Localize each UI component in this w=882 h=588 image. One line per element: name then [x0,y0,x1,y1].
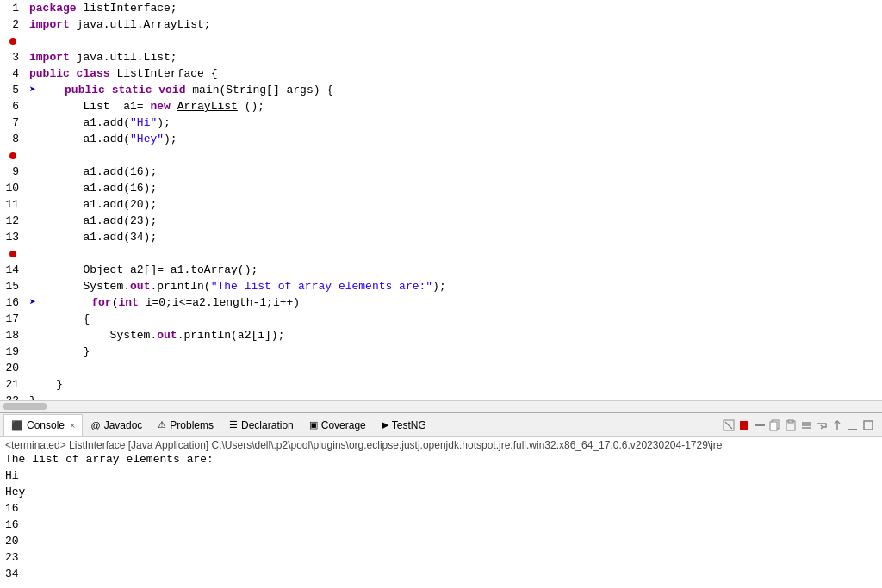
line-number: 3 [0,49,26,65]
line-number: 21 [0,376,26,393]
line-code[interactable]: System.out.println(a2[i]); [26,327,882,344]
code-line: 18 System.out.println(a2[i]); [0,327,882,344]
line-code[interactable]: } [26,393,882,400]
line-number: 13 [0,229,26,262]
syntax-token: public [65,84,112,96]
code-line: 20 [0,360,882,376]
console-output-line: Hey [5,484,877,500]
code-line: 19 } [0,344,882,360]
line-number: 11 [0,196,26,213]
line-code[interactable]: } [26,376,882,393]
console-output-line: 16 [5,500,877,517]
svg-line-1 [725,422,732,429]
line-number: 6 [0,98,26,115]
line-code[interactable]: { [26,311,882,327]
line-code[interactable]: List a1= new ArrayList (); [26,98,882,115]
tabs-bar: ⬛Console×@Javadoc⚠Problems☰Declaration▣C… [0,413,882,437]
line-number: 12 [0,213,26,229]
syntax-token: ArrayList [177,100,238,113]
scrollbar-thumb[interactable] [3,403,47,410]
scroll-lock-icon[interactable] [799,418,813,432]
line-code[interactable]: a1.add(16); [26,180,882,196]
console-tab-icon: ⬛ [11,420,23,431]
tab-problems[interactable]: ⚠Problems [150,414,221,436]
syntax-token: class [77,67,117,80]
line-code[interactable]: ➤ public static void main(String[] args)… [26,82,882,98]
console-output-line: Hi [5,467,877,484]
line-code[interactable]: public class ListInterface { [26,65,882,82]
tab-label: TestNG [392,419,426,431]
tab-label: Coverage [321,419,366,431]
svg-rect-3 [755,424,765,426]
line-number: 18 [0,327,26,344]
line-number: 1 [0,0,26,16]
tab-close-button[interactable]: × [70,420,75,430]
line-code[interactable]: a1.add(34); [26,229,882,262]
line-code[interactable]: a1.add(16); [26,164,882,180]
minimize-icon[interactable] [846,418,860,432]
syntax-token: void [158,84,192,96]
line-code[interactable]: Object a2[]= a1.toArray(); [26,262,882,278]
console-content: <terminated> ListInterface [Java Applica… [0,437,882,588]
code-line: 14 Object a2[]= a1.toArray(); [0,262,882,278]
terminated-line: <terminated> ListInterface [Java Applica… [5,439,877,451]
svg-rect-13 [864,421,873,430]
code-line: 15 System.out.println("The list of array… [0,278,882,294]
word-wrap-icon[interactable] [815,418,829,432]
line-code[interactable]: a1.add("Hey"); [26,131,882,164]
line-code[interactable]: import java.util.List; [26,49,882,65]
line-number: 20 [0,360,26,376]
syntax-token: for [91,296,111,309]
line-code[interactable]: ➤ for(int i=0;i<=a2.length-1;i++) [26,294,882,311]
syntax-token: static [112,84,159,96]
line-code[interactable]: package listInterface; [26,0,882,16]
copy-icon[interactable] [768,418,782,432]
code-editor[interactable]: 1package listInterface;2import java.util… [0,0,882,400]
line-code[interactable]: a1.add(20); [26,196,882,213]
maximize-icon[interactable] [861,418,875,432]
testng-tab-icon: ▶ [382,419,388,430]
code-line: 2import java.util.ArrayList; [0,16,882,49]
syntax-token: public [29,67,77,80]
line-code[interactable]: import java.util.ArrayList; [26,16,882,49]
pin-icon[interactable] [830,418,844,432]
line-number: 9 [0,164,26,180]
code-line: 22} [0,393,882,400]
tab-console[interactable]: ⬛Console× [3,414,83,436]
line-number: 16 [0,294,26,311]
line-code[interactable] [26,360,882,376]
breakpoint-icon [9,251,16,257]
line-number: 8 [0,131,26,164]
syntax-token: "Hi" [130,116,157,129]
console-output-line: 20 [5,533,877,549]
clear-console-icon[interactable] [722,418,736,432]
code-line: 11 a1.add(20); [0,196,882,213]
tab-coverage[interactable]: ▣Coverage [301,414,374,436]
tab-testng[interactable]: ▶TestNG [374,414,434,436]
line-number: 14 [0,262,26,278]
tab-declaration[interactable]: ☰Declaration [221,414,301,436]
stop-icon[interactable] [737,418,751,432]
breakpoint-icon [9,152,16,159]
line-code[interactable]: a1.add(23); [26,213,882,229]
code-line: 12 a1.add(23); [0,213,882,229]
code-line: 10 a1.add(16); [0,180,882,196]
code-line: 7 a1.add("Hi"); [0,115,882,131]
coverage-tab-icon: ▣ [309,419,318,430]
code-line: 6 List a1= new ArrayList (); [0,98,882,115]
line-number: 19 [0,344,26,360]
syntax-token: int [118,296,138,309]
code-line: 8 a1.add("Hey"); [0,131,882,164]
line-code[interactable]: a1.add("Hi"); [26,115,882,131]
paste-icon[interactable] [784,418,798,432]
line-code[interactable]: System.out.println("The list of array el… [26,278,882,294]
tab-javadoc[interactable]: @Javadoc [83,414,150,436]
line-code[interactable]: } [26,344,882,360]
debug-arrow-icon: ➤ [29,296,36,309]
remove-launch-icon[interactable] [753,418,767,432]
horizontal-scrollbar[interactable] [0,400,882,412]
code-line: 16➤ for(int i=0;i<=a2.length-1;i++) [0,294,882,311]
svg-rect-5 [770,422,777,430]
syntax-token: out [157,329,177,342]
code-line: 5➤ public static void main(String[] args… [0,82,882,98]
